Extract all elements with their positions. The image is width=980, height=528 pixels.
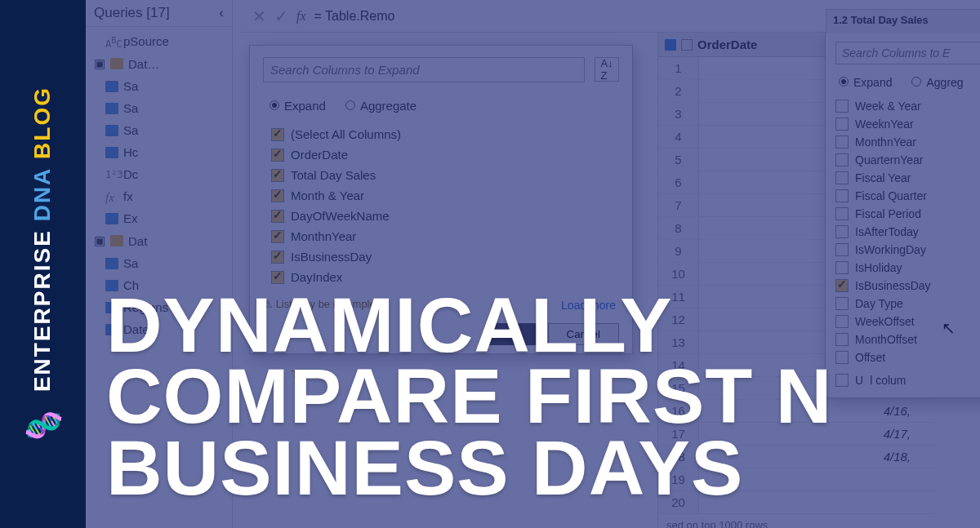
column-checkbox[interactable]: IsBusinessDay [835,277,980,295]
checkbox-icon [271,128,284,141]
sort-button[interactable]: A↓Z [595,57,619,82]
radio-expand[interactable]: Expand [270,99,326,113]
column-label: WeekOffset [855,315,915,328]
column-label: Fiscal Period [855,207,921,220]
column-checkbox[interactable]: Fiscal Quarter [835,187,980,205]
row-number: 8 [658,217,699,239]
column-checkbox[interactable]: WeeknYear [835,115,980,133]
column-checkbox[interactable]: WeekOffset [835,313,980,331]
fx-icon: fx [105,191,118,202]
radio-icon [270,100,279,110]
cursor-icon: ↖ [942,318,956,338]
expand-mode-radios: Expand Aggreg [839,76,980,89]
table-icon [105,258,118,269]
checkbox-icon [271,251,284,264]
queries-header[interactable]: Queries [17] ‹ [86,0,232,27]
checkbox-icon [835,374,849,387]
headline: DYNAMICALLY COMPARE FIRST N BUSINESS DAY… [106,290,832,504]
radio-icon [345,100,355,110]
radio-expand[interactable]: Expand [839,76,892,89]
dna-icon: 🧬 [22,405,64,446]
checkbox-icon [835,243,849,256]
table-icon [665,39,676,51]
columns-checklist: (Select All Columns)OrderDateTotal Day S… [263,124,619,287]
folder-icon [110,58,123,69]
column-checkbox[interactable]: DayOfWeekName [271,206,619,226]
column-checkbox[interactable]: Month & Year [271,185,619,206]
column-label: Month & Year [291,189,364,202]
column-label: IsHoliday [855,261,902,274]
checkbox-icon [835,100,849,113]
column-name: OrderDate [697,38,757,51]
formula-text: = Table.Remo [314,9,395,24]
fx-icon[interactable]: fx [296,9,306,24]
column-label: Fiscal Quarter [855,189,927,202]
expand-columns-popup-right: 1.2 Total Day Sales Expand Aggreg Week &… [825,33,980,398]
column-checkbox[interactable]: Total Day Sales [271,165,619,185]
query-item[interactable]: fxfx [86,185,232,207]
checkbox-icon [835,207,849,220]
grid-footer: sed on top 1000 rows [658,514,935,528]
checkbox-icon [271,169,284,182]
sort-icon: A↓Z [600,57,612,82]
query-item[interactable]: Sa [86,252,232,274]
column-checkbox[interactable]: (Select All Columns) [271,124,619,144]
column-checkbox[interactable]: Offset [835,348,980,366]
column-checkbox[interactable]: Week & Year [835,97,980,115]
column-label: Total Day Sales [291,168,376,182]
column-checkbox[interactable]: OrderDate [271,144,619,165]
column-checkbox[interactable]: IsBusinessDay [271,246,619,267]
column-header-2[interactable]: 1.2 Total Day Sales [826,9,980,33]
column-checkbox[interactable]: MonthnYear [835,133,980,151]
table-icon [105,103,118,114]
headline-line-3: BUSINESS DAYS [106,433,832,504]
checkbox-icon [271,230,284,243]
confirm-icon[interactable]: ✓ [274,7,288,26]
search-columns-input[interactable] [835,42,980,64]
checkbox-icon [835,225,849,238]
column-label: QuarternYear [855,153,924,166]
column-checkbox[interactable]: Fiscal Year [835,169,980,187]
column-checkbox[interactable]: MonthOffset [835,331,980,348]
checkbox-icon [271,189,284,202]
cancel-icon[interactable]: ✕ [252,7,266,26]
query-folder[interactable]: ▣ Dat… [86,52,232,75]
column-checkbox[interactable]: IsAfterToday [835,223,980,241]
search-columns-input[interactable] [263,57,585,82]
expand-mode-radios: Expand Aggregate [270,99,619,113]
checkbox-icon [835,297,849,310]
checkbox-icon [835,118,849,131]
row-number: 9 [658,240,699,262]
headline-line-2: COMPARE FIRST N [106,361,832,432]
column-label: OrderDate [291,148,348,162]
column-label: IsBusinessDay [291,250,372,264]
column-checkbox[interactable]: QuarternYear [835,151,980,169]
row-number: 6 [658,171,699,193]
checkbox-icon [835,261,849,274]
column-checkbox[interactable]: MonthnYear [271,226,619,246]
radio-icon [839,77,849,87]
column-checkbox[interactable]: Day Type [835,295,980,313]
row-number: 4 [658,126,699,148]
column-label: Fiscal Year [855,171,911,184]
query-item[interactable]: Sa [86,119,232,141]
use-original-checkbox[interactable]: Ul colum [835,371,980,389]
column-label: MonthOffset [855,333,917,346]
column-checkbox[interactable]: Fiscal Period [835,205,980,223]
row-number: 7 [658,194,699,216]
column-checkbox[interactable]: IsWorkingDay [835,241,980,259]
radio-aggregate[interactable]: Aggregate [345,99,416,113]
checkbox-icon [835,135,849,149]
query-item[interactable]: Hc [86,141,232,163]
query-item[interactable]: Sa [86,97,232,119]
column-label: MonthnYear [291,229,356,243]
collapse-icon[interactable]: ‹ [219,5,224,21]
column-label: Offset [855,351,885,364]
query-folder[interactable]: ▣ Dat [86,229,232,252]
query-item[interactable]: Sa [86,75,232,97]
query-item[interactable]: 1²3Dc [86,163,232,185]
query-item[interactable]: ABCpSource [86,30,232,52]
column-checkbox[interactable]: IsHoliday [835,259,980,277]
radio-aggregate[interactable]: Aggreg [911,76,963,89]
query-item[interactable]: Ex [86,207,232,229]
